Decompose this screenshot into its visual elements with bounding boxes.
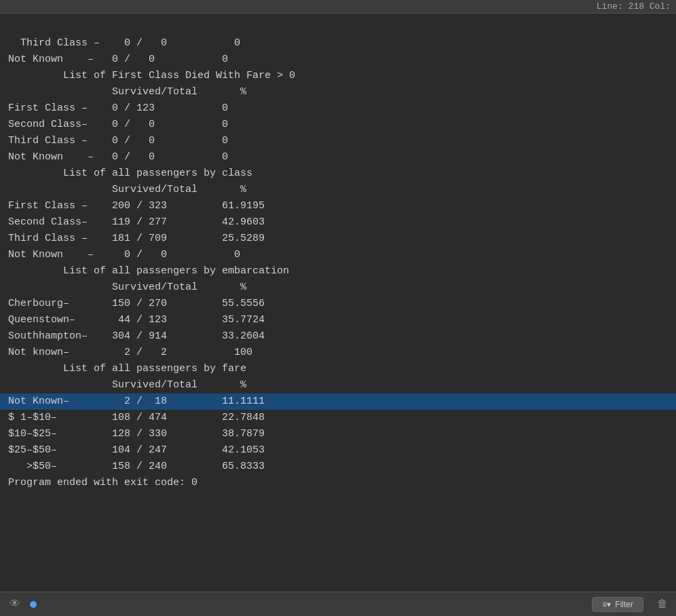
terminal-line: List of all passengers by class bbox=[8, 168, 252, 179]
blue-dot-indicator bbox=[30, 601, 37, 608]
terminal-line: Program ended with exit code: 0 bbox=[8, 477, 198, 488]
terminal-window: Line: 218 Col: Third Class – 0 / 0 0 Not… bbox=[0, 0, 676, 616]
terminal-line: $10–$25– 128 / 330 38.7879 bbox=[8, 428, 265, 440]
terminal-line: Survived/Total % bbox=[8, 282, 246, 293]
top-bar: Line: 218 Col: bbox=[0, 0, 676, 14]
terminal-line: Third Class – 0 / 0 0 bbox=[8, 135, 228, 147]
terminal-line: $25–$50– 104 / 247 42.1053 bbox=[8, 444, 265, 456]
terminal-line: Not Known – 0 / 0 0 bbox=[8, 54, 228, 65]
filter-label: Filter bbox=[615, 600, 633, 609]
terminal-line: Not Known – 0 / 0 0 bbox=[8, 249, 240, 261]
terminal-line: Survived/Total % bbox=[8, 184, 246, 195]
terminal-line: Survived/Total % bbox=[8, 379, 246, 391]
terminal-line: $ 1–$10– 108 / 474 22.7848 bbox=[8, 412, 265, 423]
terminal-line: Second Class– 119 / 277 42.9603 bbox=[8, 216, 265, 228]
terminal-line: Third Class – 0 / 0 0 bbox=[20, 37, 240, 49]
terminal-line: Queenstown– 44 / 123 35.7724 bbox=[8, 314, 265, 326]
filter-icon: ≡▾ bbox=[602, 600, 611, 609]
terminal-line: >$50– 158 / 240 65.8333 bbox=[8, 461, 265, 472]
terminal-content: Third Class – 0 / 0 0 Not Known – 0 / 0 … bbox=[0, 14, 676, 592]
trash-icon[interactable]: 🗑 bbox=[657, 598, 668, 611]
cursor-position: Line: 218 Col: bbox=[597, 1, 671, 12]
bottom-bar: 👁 ≡▾ Filter 🗑 bbox=[0, 592, 676, 616]
terminal-line: Third Class – 181 / 709 25.5289 bbox=[8, 233, 265, 244]
terminal-line-highlighted: Not Known– 2 / 18 11.1111 bbox=[0, 393, 676, 410]
terminal-line: Not Known – 0 / 0 0 bbox=[8, 151, 228, 163]
terminal-line: Survived/Total % bbox=[8, 86, 246, 98]
terminal-line: List of all passengers by embarcation bbox=[8, 265, 289, 277]
terminal-line: Cherbourg– 150 / 270 55.5556 bbox=[8, 298, 265, 309]
terminal-line: Not known– 2 / 2 100 bbox=[8, 347, 252, 358]
terminal-line: Southhampton– 304 / 914 33.2604 bbox=[8, 330, 265, 342]
terminal-line: First Class – 200 / 323 61.9195 bbox=[8, 200, 265, 212]
terminal-line: Second Class– 0 / 0 0 bbox=[8, 119, 228, 130]
eye-icon[interactable]: 👁 bbox=[8, 598, 22, 611]
terminal-line: List of First Class Died With Fare > 0 bbox=[8, 70, 295, 81]
filter-button[interactable]: ≡▾ Filter bbox=[592, 597, 643, 612]
terminal-line: First Class – 0 / 123 0 bbox=[8, 102, 228, 114]
terminal-line: List of all passengers by fare bbox=[8, 363, 246, 374]
